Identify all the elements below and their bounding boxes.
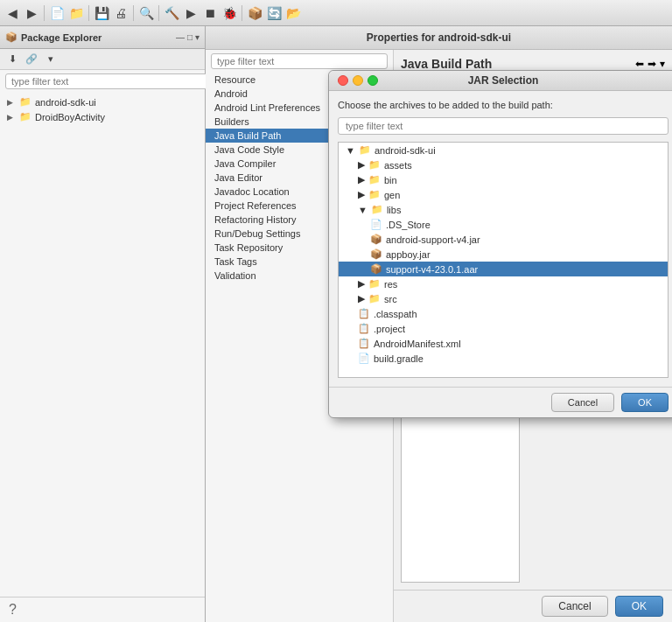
modal-tree-item-appboy[interactable]: 📦 appboy.jar	[339, 247, 668, 262]
prop-content-header: Java Build Path ⬅ ➡ ▾	[401, 57, 665, 71]
close-button[interactable]	[338, 75, 348, 86]
modal-tree-item-gradle[interactable]: 📄 build.gradle	[339, 351, 668, 366]
package-filter-input[interactable]	[5, 73, 210, 89]
nav-back-icon[interactable]: ⬅	[635, 58, 644, 70]
main-area: 📦 Package Explorer — □ ▾ ⬇ 🔗 ▾ ▶ 📁 andro…	[0, 26, 672, 622]
cancel-button[interactable]: Cancel	[542, 596, 607, 617]
maximize-btn[interactable]: □	[187, 32, 192, 42]
jar-icon: 📦	[370, 234, 382, 245]
modal-titlebar: JAR Selection	[329, 71, 672, 91]
menu-icon[interactable]: ▾	[42, 51, 60, 68]
collapse-icon[interactable]: ⬇	[4, 51, 21, 68]
package-explorer-header: 📦 Package Explorer — □ ▾	[0, 26, 205, 49]
refresh-icon[interactable]: 🔄	[265, 4, 283, 22]
modal-tree-item-classpath[interactable]: 📋 .classpath	[339, 306, 668, 321]
panel-footer: ?	[0, 597, 205, 622]
folder-icon: 📁	[368, 174, 381, 185]
jar-selection-modal: JAR Selection Choose the archives to be …	[328, 70, 672, 418]
modal-tree-item-assets[interactable]: ▶ 📁 assets	[339, 157, 668, 172]
expand-icon: ▶	[7, 98, 16, 107]
run-icon[interactable]: ▶	[182, 4, 200, 22]
modal-tree-item-bin[interactable]: ▶ 📁 bin	[339, 172, 668, 187]
toolbar-sep-1	[44, 5, 45, 21]
expand-icon: ▶	[358, 293, 365, 304]
toolbar-sep-5	[242, 5, 242, 21]
package-explorer-panel: 📦 Package Explorer — □ ▾ ⬇ 🔗 ▾ ▶ 📁 andro…	[0, 26, 206, 622]
modal-title: JAR Selection	[468, 74, 539, 87]
more-icon[interactable]: ▾	[660, 58, 665, 70]
modal-cancel-button[interactable]: Cancel	[551, 393, 614, 412]
minimize-btn[interactable]: —	[176, 32, 185, 42]
debug-icon[interactable]: 🐞	[220, 4, 238, 22]
folder-icon: 📁	[368, 278, 381, 290]
project-icon: 📁	[359, 144, 371, 156]
open-icon[interactable]: 📂	[284, 4, 302, 22]
expand-icon: ▶	[358, 159, 365, 171]
modal-tree-item-project[interactable]: 📋 .project	[339, 321, 668, 336]
modal-tree: ▼ 📁 android-sdk-ui ▶ 📁 assets ▶ 📁 b	[338, 142, 668, 378]
right-panel: Properties for android-sdk-ui Resource A…	[206, 26, 672, 622]
panel-controls: — □ ▾	[176, 32, 200, 42]
modal-tree-item-root[interactable]: ▼ 📁 android-sdk-ui	[339, 143, 668, 157]
traffic-lights	[338, 75, 378, 86]
package-icon[interactable]: 📦	[246, 4, 263, 22]
tree-item-droidboy[interactable]: ▶ 📁 DroidBoyActivity	[0, 109, 205, 124]
file-icon: 📄	[358, 353, 370, 364]
package-tree: ▶ 📁 android-sdk-ui ▶ 📁 DroidBoyActivity	[0, 93, 205, 597]
expand-icon: ▼	[346, 145, 355, 156]
toolbar-sep-3	[133, 5, 134, 21]
chevron-down-icon[interactable]: ▾	[195, 32, 200, 42]
prop-dialog-footer: Cancel OK	[394, 590, 672, 622]
modal-tree-item-libs[interactable]: ▼ 📁 libs	[339, 202, 668, 217]
folder-icon: 📁	[368, 293, 381, 304]
toolbar-sep-4	[158, 5, 159, 21]
nav-forward-icon[interactable]: ➡	[648, 58, 656, 70]
prop-content-title: Java Build Path	[401, 57, 492, 71]
project-icon: 📁	[19, 96, 32, 108]
forward-icon[interactable]: ▶	[23, 4, 40, 22]
xml-icon: 📋	[358, 338, 370, 349]
expand-icon: ▶	[358, 278, 365, 290]
minimize-button[interactable]	[353, 75, 363, 86]
dialog-titlebar: Properties for android-sdk-ui	[206, 26, 672, 50]
folder-icon: 📁	[371, 204, 383, 215]
modal-tree-item-gen[interactable]: ▶ 📁 gen	[339, 187, 668, 202]
save-icon[interactable]: 💾	[93, 4, 110, 22]
modal-tree-item-src[interactable]: ▶ 📁 src	[339, 291, 668, 306]
main-toolbar: ◀ ▶ 📄 📁 💾 🖨 🔍 🔨 ▶ ⏹ 🐞 📦 🔄 📂	[0, 0, 672, 26]
modal-tree-item-res[interactable]: ▶ 📁 res	[339, 276, 668, 291]
modal-tree-item-aar[interactable]: 📦 support-v4-23.0.1.aar	[339, 262, 668, 276]
search-icon[interactable]: 🔍	[137, 4, 155, 22]
jar-icon: 📦	[370, 248, 382, 260]
back-icon[interactable]: ◀	[4, 4, 21, 22]
expand-icon: ▶	[7, 113, 16, 122]
modal-body: Choose the archives to be added to the b…	[329, 91, 672, 387]
folder-icon: 📁	[368, 159, 381, 171]
print-icon[interactable]: 🖨	[112, 4, 130, 22]
modal-tree-item-support-v4[interactable]: 📦 android-support-v4.jar	[339, 232, 668, 247]
link-icon[interactable]: 🔗	[23, 51, 40, 68]
help-icon[interactable]: ?	[9, 602, 17, 618]
xml-icon: 📋	[358, 323, 370, 334]
tree-item-android-sdk-ui[interactable]: ▶ 📁 android-sdk-ui	[0, 94, 205, 109]
new-icon[interactable]: 📄	[48, 4, 66, 22]
nav-filter-input[interactable]	[211, 53, 388, 69]
modal-tree-item-manifest[interactable]: 📋 AndroidManifest.xml	[339, 336, 668, 351]
modal-tree-item-dsstore[interactable]: 📄 .DS_Store	[339, 217, 668, 232]
modal-description: Choose the archives to be added to the b…	[338, 100, 668, 110]
package-explorer-toolbar: ⬇ 🔗 ▾	[0, 49, 205, 70]
build-icon[interactable]: 🔨	[163, 4, 180, 22]
package-explorer-title: 📦 Package Explorer	[5, 31, 102, 43]
prop-header-icons: ⬅ ➡ ▾	[635, 58, 665, 70]
stop-icon[interactable]: ⏹	[201, 4, 219, 22]
package-icon: 📦	[5, 31, 18, 43]
file-icon: 📄	[370, 219, 382, 230]
modal-ok-button[interactable]: OK	[621, 393, 668, 412]
folder-icon: 📁	[368, 189, 381, 200]
ok-button[interactable]: OK	[615, 596, 663, 617]
toolbar-sep-2	[88, 5, 89, 21]
folder-icon[interactable]: 📁	[67, 4, 85, 22]
modal-filter-input[interactable]	[338, 117, 668, 135]
expand-icon: ▶	[358, 189, 365, 200]
maximize-button[interactable]	[368, 75, 378, 86]
